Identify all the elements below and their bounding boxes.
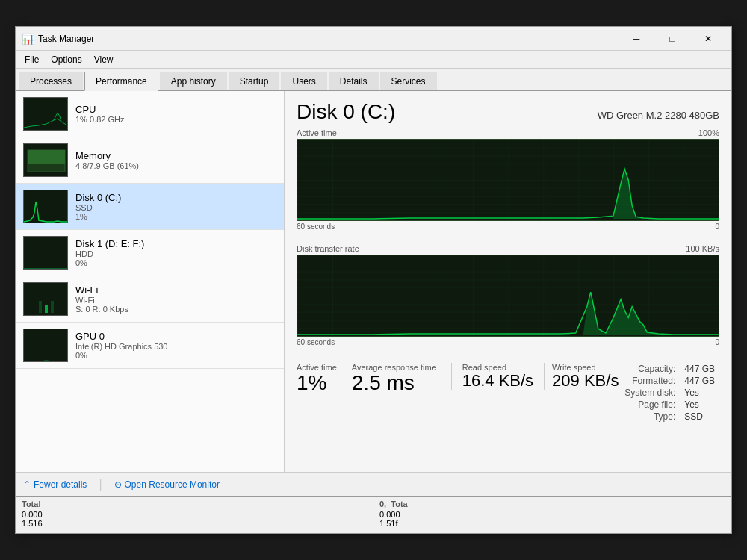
formatted-value: 447 GB <box>680 375 719 387</box>
chart2-svg <box>297 255 719 336</box>
gpu0-thumb <box>23 329 68 362</box>
footer-col-1: 0,_Tota 0.000 1.51f <box>374 497 731 533</box>
tab-details[interactable]: Details <box>329 72 379 90</box>
info-table: Capacity: 447 GB Formatted: 447 GB Syste… <box>620 363 719 423</box>
chart2-label: Disk transfer rate <box>297 244 359 253</box>
menu-options[interactable]: Options <box>45 53 87 66</box>
svg-rect-0 <box>24 98 68 131</box>
main-content: CPU 1% 0.82 GHz Memory <box>16 91 731 472</box>
disk-title: Disk 0 (C:) <box>297 100 395 124</box>
cpu-thumb <box>23 97 68 131</box>
window-title: Task Manager <box>38 34 619 44</box>
disk-info-table: Capacity: 447 GB Formatted: 447 GB Syste… <box>620 363 719 423</box>
gpu0-title: GPU 0 <box>75 331 276 342</box>
chart1-right-val: 0 <box>715 223 719 231</box>
sidebar: CPU 1% 0.82 GHz Memory <box>16 91 285 472</box>
table-row: Type: SSD <box>620 411 719 423</box>
window-controls: ─ □ ✕ <box>619 27 725 51</box>
tab-services[interactable]: Services <box>380 72 437 90</box>
footer-val-01: 1.516 <box>22 519 367 528</box>
table-row: Capacity: 447 GB <box>620 363 719 375</box>
disk1-thumb <box>23 236 68 270</box>
tab-users[interactable]: Users <box>281 72 326 90</box>
table-row: System disk: Yes <box>620 387 719 399</box>
sidebar-item-gpu0[interactable]: GPU 0 Intel(R) HD Graphics 530 0% <box>16 323 284 369</box>
capacity-value: 447 GB <box>680 363 719 375</box>
disk0-thumb <box>23 190 68 223</box>
page-file-value: Yes <box>680 399 719 411</box>
read-speed-value: 16.4 KB/s <box>462 372 533 390</box>
system-disk-value: Yes <box>680 387 719 399</box>
avg-response-stat: Average response time 2.5 ms <box>352 363 436 395</box>
active-time-chart-section: Active time 100% <box>297 128 719 237</box>
title-bar: 📊 Task Manager ─ □ ✕ <box>16 27 731 51</box>
tab-apphistory[interactable]: App history <box>160 72 227 90</box>
chart1-svg <box>297 140 719 220</box>
speed-stats: Read speed 16.4 KB/s Write speed 209 KB/… <box>451 363 619 390</box>
sidebar-item-disk0[interactable]: Disk 0 (C:) SSD 1% <box>16 184 284 230</box>
sidebar-item-memory[interactable]: Memory 4.8/7.9 GB (61%) <box>16 137 284 184</box>
type-label: Type: <box>620 411 680 423</box>
wifi-title: Wi-Fi <box>75 284 276 296</box>
capacity-label: Capacity: <box>620 363 680 375</box>
sidebar-scroll[interactable]: CPU 1% 0.82 GHz Memory <box>16 91 284 472</box>
maximize-button[interactable]: □ <box>655 27 689 51</box>
disk1-sub1: HDD <box>75 249 276 258</box>
minimize-button[interactable]: ─ <box>619 27 654 51</box>
active-time-value: 1% <box>297 372 337 395</box>
menu-view[interactable]: View <box>88 53 120 66</box>
disk-header: Disk 0 (C:) WD Green M.2 2280 480GB <box>297 100 719 124</box>
chart1-time: 60 seconds <box>297 223 335 231</box>
chart2-max: 100 KB/s <box>686 244 719 253</box>
speed-row: Read speed 16.4 KB/s Write speed 209 KB/… <box>462 363 619 390</box>
svg-rect-12 <box>297 140 719 220</box>
footer-header-1: 0,_Tota <box>379 500 725 508</box>
sidebar-item-cpu[interactable]: CPU 1% 0.82 GHz <box>16 91 284 137</box>
disk1-info: Disk 1 (D: E: F:) HDD 0% <box>75 238 276 267</box>
gpu0-pct: 0% <box>75 351 276 360</box>
memory-sub: 4.8/7.9 GB (61%) <box>75 161 276 170</box>
cpu-sub: 1% 0.82 GHz <box>75 115 276 124</box>
active-time-chart <box>297 139 719 221</box>
tab-startup[interactable]: Startup <box>229 72 280 90</box>
tab-bar: Processes Performance App history Startu… <box>16 69 731 91</box>
chart1-max: 100% <box>698 128 719 137</box>
page-file-label: Page file: <box>620 399 680 411</box>
transfer-rate-chart <box>297 255 719 337</box>
table-row: Page file: Yes <box>620 399 719 411</box>
read-speed-stat: Read speed 16.4 KB/s <box>462 363 545 390</box>
fewer-details-button[interactable]: ⌃ Fewer details <box>23 479 87 490</box>
gpu0-sub1: Intel(R) HD Graphics 530 <box>75 342 276 351</box>
memory-info: Memory 4.8/7.9 GB (61%) <box>75 150 276 170</box>
svg-rect-8 <box>39 301 42 313</box>
stats-area: Active time 1% Average response time 2.5… <box>297 363 719 423</box>
disk-model: WD Green M.2 2280 480GB <box>598 110 719 121</box>
disk1-pct: 0% <box>75 258 276 267</box>
tab-processes[interactable]: Processes <box>19 72 83 90</box>
gpu0-info: GPU 0 Intel(R) HD Graphics 530 0% <box>75 331 276 360</box>
wifi-thumb <box>23 282 68 316</box>
disk0-info: Disk 0 (C:) SSD 1% <box>75 192 276 221</box>
disk0-sub1: SSD <box>75 203 276 212</box>
table-row: Formatted: 447 GB <box>620 375 719 387</box>
type-value: SSD <box>680 411 719 423</box>
memory-thumb <box>23 143 68 177</box>
footer-header-0: Total <box>22 500 367 508</box>
app-icon: 📊 <box>22 33 34 45</box>
sidebar-item-wifi[interactable]: Wi-Fi Wi-Fi S: 0 R: 0 Kbps <box>16 276 284 323</box>
chart2-right-val: 0 <box>715 338 719 346</box>
tab-performance[interactable]: Performance <box>84 72 158 91</box>
svg-rect-15 <box>297 255 719 336</box>
close-button[interactable]: ✕ <box>691 27 725 51</box>
sidebar-item-disk1[interactable]: Disk 1 (D: E: F:) HDD 0% <box>16 230 284 276</box>
chart2-time-row: 60 seconds 0 <box>297 338 719 346</box>
disk0-pct: 1% <box>75 212 276 221</box>
svg-rect-4 <box>24 190 68 223</box>
svg-rect-3 <box>28 150 65 164</box>
wifi-pct: S: 0 R: 0 Kbps <box>75 305 276 314</box>
task-manager-window: 📊 Task Manager ─ □ ✕ File Options View P… <box>15 26 732 534</box>
menu-file[interactable]: File <box>19 53 45 66</box>
open-monitor-button[interactable]: ⊙ Open Resource Monitor <box>114 479 220 490</box>
svg-rect-7 <box>45 305 48 313</box>
chart1-label-row: Active time 100% <box>297 128 719 137</box>
